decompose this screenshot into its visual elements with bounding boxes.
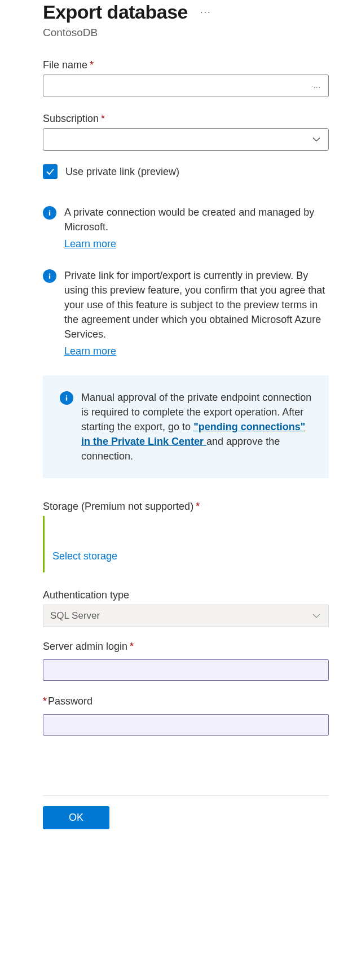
chevron-down-icon bbox=[311, 611, 321, 621]
auth-type-value: SQL Server bbox=[50, 610, 100, 622]
more-actions-icon[interactable]: ··· bbox=[198, 7, 213, 18]
subscription-dropdown[interactable] bbox=[43, 128, 329, 151]
filename-input[interactable] bbox=[43, 75, 329, 97]
check-icon bbox=[45, 167, 55, 177]
filename-label: File name* bbox=[43, 59, 329, 71]
learn-more-link-1[interactable]: Learn more bbox=[64, 237, 116, 251]
chevron-down-icon bbox=[311, 134, 321, 145]
info-preview-terms: Private link for import/export is curren… bbox=[64, 268, 329, 358]
info-icon bbox=[43, 269, 56, 283]
svg-point-0 bbox=[49, 210, 50, 211]
page-subtitle: ContosoDB bbox=[43, 27, 329, 39]
svg-rect-1 bbox=[49, 212, 50, 216]
private-link-checkbox[interactable] bbox=[43, 164, 58, 179]
svg-rect-3 bbox=[49, 275, 50, 279]
footer-divider bbox=[43, 795, 329, 796]
subscription-label: Subscription* bbox=[43, 113, 329, 125]
storage-picker: Select storage bbox=[43, 516, 329, 572]
info-private-connection: A private connection would be created an… bbox=[64, 205, 329, 251]
admin-login-label: Server admin login* bbox=[43, 641, 329, 653]
svg-point-2 bbox=[49, 273, 50, 274]
auth-type-dropdown: SQL Server bbox=[43, 605, 329, 627]
admin-login-input[interactable] bbox=[43, 659, 329, 681]
ok-button[interactable]: OK bbox=[43, 806, 109, 829]
svg-rect-5 bbox=[66, 397, 67, 401]
info-icon bbox=[60, 391, 73, 405]
auth-type-label: Authentication type bbox=[43, 589, 329, 601]
password-label: *Password bbox=[43, 695, 329, 707]
learn-more-link-2[interactable]: Learn more bbox=[64, 344, 116, 358]
page-title: Export database bbox=[43, 1, 188, 23]
svg-point-4 bbox=[66, 395, 67, 396]
private-link-label: Use private link (preview) bbox=[65, 166, 179, 178]
info-icon bbox=[43, 206, 56, 220]
manual-approval-callout: Manual approval of the private endpoint … bbox=[43, 375, 329, 478]
select-storage-link[interactable]: Select storage bbox=[52, 550, 117, 562]
storage-label: Storage (Premium not supported)* bbox=[43, 501, 329, 513]
password-input[interactable] bbox=[43, 714, 329, 736]
